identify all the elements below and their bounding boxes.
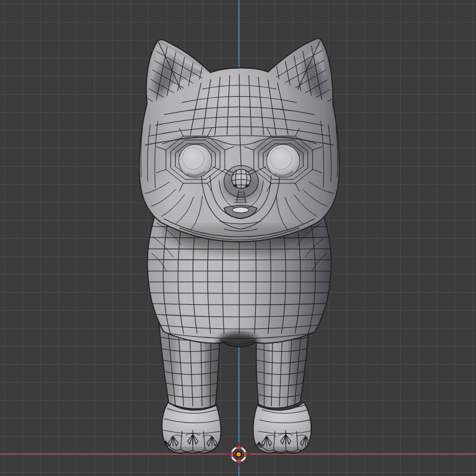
viewport-3d[interactable] (0, 0, 476, 476)
viewport-scene[interactable] (0, 0, 476, 476)
cursor-3d (227, 442, 251, 466)
object-origin-dot (236, 452, 241, 457)
cat-head[interactable] (139, 39, 339, 248)
cat-paw-left[interactable] (162, 402, 222, 458)
cat-paw-right[interactable] (253, 402, 316, 458)
